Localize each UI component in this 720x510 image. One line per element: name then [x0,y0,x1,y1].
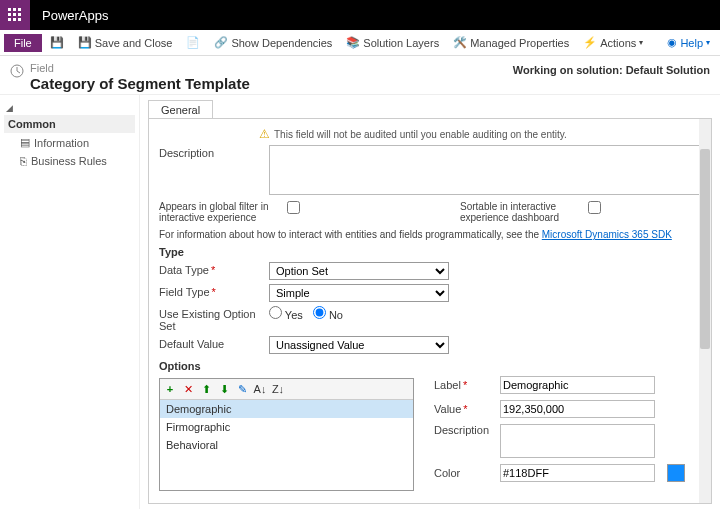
help-label: Help [680,37,703,49]
solution-context-label: Working on solution: Default Solution [513,62,710,76]
svg-rect-8 [18,18,21,21]
svg-rect-5 [18,13,21,16]
sidebar-collapse-icon[interactable]: ◢ [4,101,135,115]
sortable-checkbox[interactable] [588,201,601,214]
description-input[interactable] [269,145,701,195]
svg-rect-1 [13,8,16,11]
option-edit-icon[interactable]: ✎ [235,382,249,396]
svg-rect-4 [13,13,16,16]
duplicate-icon: 📄 [186,36,200,50]
save-close-icon: 💾 [78,36,92,50]
chevron-down-icon: ▾ [639,38,643,47]
option-item[interactable]: Demographic [160,400,413,418]
option-desc-input[interactable] [500,424,655,458]
file-menu-button[interactable]: File [4,34,42,52]
field-type-label: Field Type [159,284,269,298]
duplicate-button[interactable]: 📄 [180,34,206,52]
option-label-input[interactable] [500,376,655,394]
scrollbar[interactable] [699,119,711,503]
default-value-label: Default Value [159,336,269,350]
layers-icon: 📚 [346,36,360,50]
tab-general[interactable]: General [148,100,213,119]
sidebar-item-business-rules[interactable]: ⎘Business Rules [4,152,135,170]
sortable-label: Sortable in interactive experience dashb… [460,201,580,223]
option-color-input[interactable] [500,464,655,482]
option-value-label: Value [434,403,494,415]
sidebar-item-information[interactable]: ▤Information [4,133,135,152]
option-value-input[interactable] [500,400,655,418]
sidebar-header-common: Common [4,115,135,133]
save-close-label: Save and Close [95,37,173,49]
actions-menu-button[interactable]: ⚡Actions ▾ [577,34,649,52]
description-label: Description [159,145,269,159]
type-section-header: Type [159,246,701,258]
help-icon: ◉ [667,36,677,49]
use-existing-yes[interactable]: Yes [269,306,303,321]
options-section-header: Options [159,360,701,372]
solution-layers-button[interactable]: 📚Solution Layers [340,34,445,52]
option-item[interactable]: Firmographic [160,418,413,436]
rules-icon: ⎘ [20,155,27,167]
svg-rect-7 [13,18,16,21]
option-sortza-icon[interactable]: Z↓ [271,382,285,396]
deps-label: Show Dependencies [231,37,332,49]
warning-icon: ⚠ [259,127,270,141]
svg-rect-2 [18,8,21,11]
data-type-label: Data Type [159,262,269,276]
actions-label: Actions [600,37,636,49]
option-up-icon[interactable]: ⬆ [199,382,213,396]
app-launcher-icon[interactable] [0,0,30,30]
actions-icon: ⚡ [583,36,597,50]
option-down-icon[interactable]: ⬇ [217,382,231,396]
help-link[interactable]: ◉Help ▾ [667,36,716,49]
global-filter-label: Appears in global filter in interactive … [159,201,279,223]
use-existing-label: Use Existing Option Set [159,306,269,332]
svg-rect-0 [8,8,11,11]
save-close-button[interactable]: 💾Save and Close [72,34,179,52]
info-text: For information about how to interact wi… [159,229,542,240]
layers-label: Solution Layers [363,37,439,49]
history-icon [10,64,24,78]
page-title: Category of Segment Template [30,75,250,92]
option-label-label: Label [434,379,494,391]
option-desc-label: Description [434,424,494,436]
managed-label: Managed Properties [470,37,569,49]
option-sortaz-icon[interactable]: A↓ [253,382,267,396]
save-button[interactable]: 💾 [44,34,70,52]
brand-label: PowerApps [30,8,108,23]
field-type-select[interactable]: Simple [269,284,449,302]
breadcrumb: Field [30,62,250,74]
form-icon: ▤ [20,136,30,149]
chevron-down-icon: ▾ [706,38,710,47]
audit-warning-text: This field will not be audited until you… [274,129,567,140]
svg-rect-6 [8,18,11,21]
save-icon: 💾 [50,36,64,50]
managed-properties-button[interactable]: 🛠️Managed Properties [447,34,575,52]
dependencies-icon: 🔗 [214,36,228,50]
option-color-label: Color [434,467,494,479]
sdk-link[interactable]: Microsoft Dynamics 365 SDK [542,229,672,240]
color-swatch[interactable] [667,464,685,482]
data-type-select[interactable]: Option Set [269,262,449,280]
show-dependencies-button[interactable]: 🔗Show Dependencies [208,34,338,52]
svg-rect-3 [8,13,11,16]
option-item[interactable]: Behavioral [160,436,413,454]
default-value-select[interactable]: Unassigned Value [269,336,449,354]
option-delete-icon[interactable]: ✕ [181,382,195,396]
use-existing-no[interactable]: No [313,306,343,321]
option-add-icon[interactable]: + [163,382,177,396]
global-filter-checkbox[interactable] [287,201,300,214]
options-list-panel: + ✕ ⬆ ⬇ ✎ A↓ Z↓ Demographic Firmographic… [159,378,414,491]
managed-icon: 🛠️ [453,36,467,50]
